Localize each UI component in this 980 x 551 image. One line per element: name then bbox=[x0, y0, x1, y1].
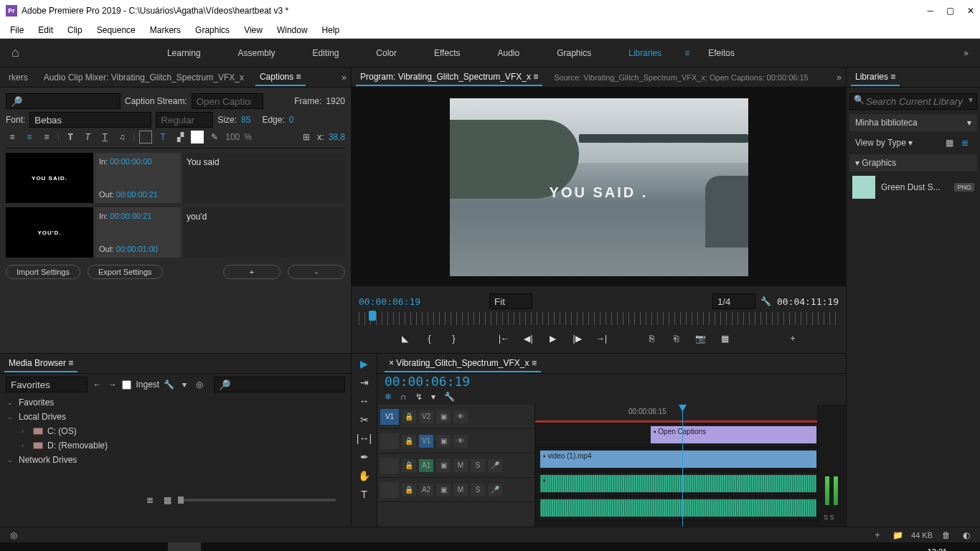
magnet-icon[interactable]: ∩ bbox=[400, 392, 407, 402]
solo-label[interactable]: S S bbox=[824, 514, 834, 521]
view-list-icon[interactable]: ≣ bbox=[143, 494, 156, 507]
mark-out-icon[interactable]: { bbox=[423, 334, 436, 344]
menu-window[interactable]: Window bbox=[270, 22, 315, 38]
caption-entry-1[interactable]: YOU SAID. In: 00:00:00:00 Out: 00:00:00:… bbox=[6, 153, 345, 203]
marker-icon[interactable]: ▾ bbox=[431, 392, 435, 402]
linked-sel-icon[interactable]: ↯ bbox=[415, 392, 423, 402]
razor-tool-icon[interactable]: ✂ bbox=[360, 414, 369, 425]
program-overflow-icon[interactable]: » bbox=[837, 72, 842, 83]
tree-drive-d[interactable]: ›D: (Removable) bbox=[0, 438, 351, 453]
caption2-text[interactable]: you'd bbox=[182, 207, 345, 258]
ws-learning[interactable]: Learning bbox=[149, 39, 220, 67]
caption1-text[interactable]: You said bbox=[182, 153, 345, 203]
extract-icon[interactable]: ⎗ bbox=[670, 334, 683, 344]
mark-in-icon[interactable]: ◣ bbox=[399, 334, 412, 344]
goto-in-icon[interactable]: |← bbox=[498, 334, 511, 344]
explorer-icon[interactable]: 📁 bbox=[102, 542, 135, 551]
tree-favorites[interactable]: ⌄Favorites bbox=[0, 395, 351, 410]
size-value[interactable]: 85 bbox=[241, 115, 250, 125]
step-back-icon[interactable]: ◀| bbox=[522, 334, 535, 344]
caption-stream-select[interactable]: Open Captions bbox=[192, 93, 263, 109]
lock-icon[interactable]: 🔒 bbox=[402, 410, 416, 423]
tree-drive-c[interactable]: ›C: (OS) bbox=[0, 424, 351, 438]
grid-view-icon[interactable]: ▦ bbox=[943, 136, 956, 149]
menu-edit[interactable]: Edit bbox=[31, 22, 60, 38]
edge-value[interactable]: 0 bbox=[289, 115, 294, 125]
mic-icon[interactable]: 🎤 bbox=[488, 459, 502, 472]
selection-tool-icon[interactable]: ▶ bbox=[360, 358, 368, 369]
button-editor-add-icon[interactable]: ＋ bbox=[786, 332, 799, 344]
toggle-output-icon[interactable]: ▣ bbox=[436, 410, 451, 423]
minimize-button[interactable]: ─ bbox=[927, 6, 933, 16]
menu-view[interactable]: View bbox=[237, 22, 270, 38]
remove-caption-button[interactable]: - bbox=[288, 265, 345, 279]
menu-help[interactable]: Help bbox=[315, 22, 347, 38]
eyedropper-icon[interactable]: ✎ bbox=[208, 131, 221, 143]
timeline-clips-area[interactable]: 00:00:06:15 ▪ Open Captions ▪ video (1).… bbox=[535, 405, 817, 527]
filter-icon[interactable]: ▾ bbox=[179, 378, 189, 391]
tab-media-browser[interactable]: Media Browser ≡ bbox=[4, 355, 77, 372]
comparison-icon[interactable]: ▦ bbox=[719, 334, 732, 344]
ws-libraries[interactable]: Libraries bbox=[610, 39, 680, 67]
export-settings-button[interactable]: Export Settings bbox=[88, 265, 163, 279]
playhead-line[interactable] bbox=[682, 405, 683, 527]
playhead-knob-icon[interactable] bbox=[369, 311, 376, 321]
italic-icon[interactable]: T bbox=[81, 131, 94, 143]
add-caption-button[interactable]: + bbox=[223, 265, 281, 279]
toggle-output-icon[interactable]: ▣ bbox=[436, 459, 451, 472]
step-fwd-icon[interactable]: |▶ bbox=[571, 334, 584, 344]
taskbar-clock[interactable]: 12:21 12/09/2019 bbox=[918, 547, 957, 551]
track-head-a1[interactable]: 🔒 A1 ▣ M S 🎤 bbox=[377, 453, 534, 478]
hand-tool-icon[interactable]: ✋ bbox=[358, 470, 370, 481]
lock-icon[interactable]: 🔒 bbox=[402, 435, 416, 448]
view-by-type[interactable]: View by Type ▾ ▦ ≣ bbox=[849, 133, 977, 153]
ws-color[interactable]: Color bbox=[357, 39, 415, 67]
program-scrubber[interactable] bbox=[359, 312, 839, 325]
list-view-icon[interactable]: ≣ bbox=[958, 136, 971, 149]
track-head-v2[interactable]: V1 🔒 V2 ▣ 👁 bbox=[377, 405, 534, 429]
library-search-input[interactable] bbox=[849, 93, 977, 110]
menu-file[interactable]: File bbox=[3, 22, 31, 38]
close-button[interactable]: ✕ bbox=[967, 6, 974, 16]
ripple-tool-icon[interactable]: ↔ bbox=[359, 395, 369, 407]
chrome-icon[interactable]: 🌐 bbox=[69, 542, 102, 551]
menu-clip[interactable]: Clip bbox=[60, 22, 90, 38]
start-button[interactable]: ⊞ bbox=[3, 542, 36, 551]
pen-tool-icon[interactable]: ✒ bbox=[360, 451, 369, 463]
tab-captions[interactable]: Captions ≡ bbox=[255, 69, 306, 86]
track-select-tool-icon[interactable]: ⇥ bbox=[360, 377, 369, 388]
align-right-icon[interactable]: ≡ bbox=[40, 131, 53, 143]
music-icon[interactable]: ♫ bbox=[116, 131, 128, 143]
tree-network-drives[interactable]: ⌄Network Drives bbox=[0, 453, 351, 467]
slip-tool-icon[interactable]: |↔| bbox=[357, 433, 372, 444]
font-style-select[interactable]: Regular bbox=[156, 112, 213, 128]
eye-icon[interactable]: ◎ bbox=[194, 378, 205, 391]
cc-icon[interactable]: ◎ bbox=[7, 529, 20, 542]
cortana-icon[interactable]: ○ bbox=[36, 542, 69, 551]
text-color-icon[interactable]: T bbox=[156, 131, 169, 143]
chevron-down-icon[interactable]: ▾ bbox=[969, 95, 973, 105]
home-icon[interactable]: ⌂ bbox=[11, 45, 19, 60]
clip-video[interactable]: ▪ video (1).mp4 bbox=[540, 450, 817, 468]
scale-select[interactable]: 1/4 bbox=[712, 293, 755, 309]
notes-icon[interactable]: ▇ bbox=[135, 542, 168, 551]
view-thumb-icon[interactable]: ▦ bbox=[161, 494, 174, 507]
ws-menu-icon[interactable]: ≡ bbox=[684, 48, 689, 58]
bg-color-icon[interactable] bbox=[139, 131, 152, 143]
tab-markers[interactable]: rkers bbox=[4, 70, 32, 85]
zoom-slider[interactable] bbox=[178, 499, 336, 501]
mic-icon[interactable]: 🎤 bbox=[488, 484, 502, 496]
toggle-output-icon[interactable]: ▣ bbox=[436, 435, 451, 448]
ws-effects[interactable]: Effects bbox=[415, 39, 479, 67]
clip-audio-2[interactable] bbox=[540, 499, 817, 517]
ws-audio[interactable]: Audio bbox=[479, 39, 538, 67]
tab-source[interactable]: Source: Vibrating_Glitch_Spectrum_VFX_x:… bbox=[550, 70, 812, 85]
font-select[interactable]: Bebas bbox=[29, 112, 151, 128]
play-icon[interactable]: ▶ bbox=[547, 334, 560, 344]
fit-select[interactable]: Fit bbox=[489, 293, 532, 309]
track-head-v1[interactable]: 🔒 V1 ▣ 👁 bbox=[377, 429, 534, 453]
opacity-value[interactable]: 100 bbox=[225, 132, 240, 142]
menu-sequence[interactable]: Sequence bbox=[90, 22, 143, 38]
library-item[interactable]: Green Dust S... PNG bbox=[849, 171, 977, 203]
cloud-add-icon[interactable]: ＋ bbox=[871, 529, 884, 542]
